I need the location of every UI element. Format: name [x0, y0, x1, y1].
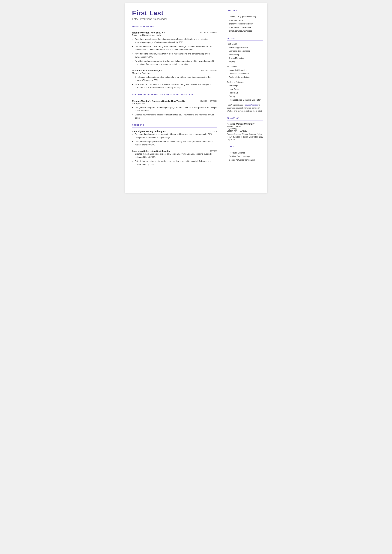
list-item: +1-234-456-789 — [227, 19, 263, 22]
list-item: Integrated Marketing — [227, 68, 263, 72]
list-item: Certified Brand Manager. — [227, 154, 263, 158]
list-item: Marketing (Advanced) — [227, 46, 263, 49]
candidate-name: First Last — [132, 9, 217, 17]
work-experience-header: WORK EXPERIENCE — [132, 25, 217, 28]
job-company-2: Growthsi, San Francisco, CA Marketing As… — [132, 69, 162, 76]
job-dates-1: 01/2015 – Present — [200, 31, 217, 34]
left-column: First Last Entry Level Brand Ambassador … — [125, 3, 223, 193]
other-header: OTHER — [227, 146, 263, 147]
list-item: Styling — [227, 60, 263, 64]
list-item: Logo Crisp — [227, 87, 263, 91]
education-section: EDUCATION Resume Worded University Bache… — [227, 117, 263, 141]
promo-link[interactable]: Resume Worded — [244, 104, 258, 106]
job-company-1: Resume Worded, New York, NY Entry Level … — [132, 31, 165, 38]
techniques-list: Integrated Marketing Business Developmen… — [227, 68, 263, 79]
list-item: Created niche-based blogs to post daily … — [132, 152, 217, 159]
list-item: Google AdWords Certification. — [227, 158, 263, 162]
list-item: email@resumeworded.com — [227, 22, 263, 26]
list-item: Created new marketing strategies that at… — [132, 113, 217, 119]
contact-header: CONTACT — [227, 9, 263, 11]
skills-divider — [227, 40, 263, 41]
work-experience-section: WORK EXPERIENCE Resume Worded, New York,… — [132, 25, 217, 89]
edu-field: Psychology — [227, 128, 263, 130]
edu-school: Resume Worded University — [227, 123, 263, 125]
contact-divider — [227, 13, 263, 13]
job-header-2: Growthsi, San Francisco, CA Marketing As… — [132, 69, 217, 76]
vol-job-block-1: Resume Worded's Business Society, New Yo… — [132, 100, 217, 120]
tools-list: Zeroheight Logo Crisp Piktochart Brandy … — [227, 84, 263, 102]
job-dates-2: 06/2010 – 12/2014 — [200, 69, 217, 72]
job-bullets-1: Sustained an active social media presenc… — [132, 38, 217, 66]
volunteering-header: VOLUNTEERING ACTIVITIES AND EXTRACURRICU… — [132, 94, 217, 96]
list-item: Increased the number of online visitors … — [132, 83, 217, 89]
list-item: Piktochart — [227, 91, 263, 95]
other-divider — [227, 149, 263, 149]
edu-block: Resume Worded University Bachelor of Art… — [227, 123, 263, 141]
list-item: Hootsuite Certified — [227, 151, 263, 155]
project-date-1: 05/2009 — [210, 130, 217, 133]
list-item: linkedin.com/in/username — [227, 26, 263, 29]
skills-header: SKILLS — [227, 37, 263, 39]
header-block: First Last Entry Level Brand Ambassador — [132, 9, 217, 21]
list-item: Designed an integrated marketing campaig… — [132, 106, 217, 112]
promo-text: · Don't forget to use Resume Worded to s… — [227, 104, 263, 113]
list-item: github.com/resumeworded — [227, 29, 263, 33]
job-block-1: Resume Worded, New York, NY Entry Level … — [132, 31, 217, 66]
edu-location: Boston, MA — 05/2010 — [227, 130, 263, 132]
contact-list: Omaha, ME (Open to Remote) +1-234-456-78… — [227, 15, 263, 33]
list-item: Brandy — [227, 95, 263, 98]
list-item: Omaha, ME (Open to Remote) — [227, 15, 263, 19]
list-item: Overhauled sales and marketing action pl… — [132, 76, 217, 82]
projects-header: PROJECTS — [132, 124, 217, 126]
education-header: EDUCATION — [227, 117, 263, 119]
job-block-2: Growthsi, San Francisco, CA Marketing As… — [132, 69, 217, 89]
project-title-2: Improving Sales using Social media — [132, 150, 170, 152]
list-item: Business Development — [227, 72, 263, 76]
edu-awards: Awards: Resume Worded Teaching Fellow (o… — [227, 133, 263, 141]
list-item: Advertised the company brand via in-stor… — [132, 52, 217, 59]
resume-page: First Last Entry Level Brand Ambassador … — [125, 3, 267, 193]
work-experience-divider — [132, 29, 217, 29]
contact-section: CONTACT Omaha, ME (Open to Remote) +1-23… — [227, 9, 263, 33]
other-list: Hootsuite Certified Certified Brand Mana… — [227, 151, 263, 162]
list-item: Social Media Marketing — [227, 76, 263, 79]
project-bullets-1: Developed an integrated campaign that im… — [132, 133, 217, 146]
list-item: Designed strategic public outreach initi… — [132, 140, 217, 146]
list-item: HubSpot Email Signature Generator — [227, 98, 263, 102]
list-item: Zeroheight — [227, 84, 263, 88]
tools-label: Tools and Software: — [227, 81, 263, 83]
list-item: Branding (Experienced) — [227, 49, 263, 53]
volunteering-section: VOLUNTEERING ACTIVITIES AND EXTRACURRICU… — [132, 94, 217, 120]
skills-section: SKILLS Hard Skills: Marketing (Advanced)… — [227, 37, 263, 113]
right-column: CONTACT Omaha, ME (Open to Remote) +1-23… — [223, 3, 267, 193]
vol-company-1: Resume Worded's Business Society, New Yo… — [132, 100, 186, 106]
list-item: Online Marketing — [227, 56, 263, 60]
project-block-1: Campaign Boosting Techniques 05/2009 Dev… — [132, 130, 217, 146]
project-bullets-2: Created niche-based blogs to post daily … — [132, 152, 217, 166]
list-item: Collaborated with 11 marketing team memb… — [132, 45, 217, 51]
list-item: Sustained an active social media presenc… — [132, 38, 217, 44]
job-header-1: Resume Worded, New York, NY Entry Level … — [132, 31, 217, 38]
volunteering-divider — [132, 97, 217, 97]
list-item: Established an active social media prese… — [132, 160, 217, 166]
edu-degree: Bachelor of Arts — [227, 125, 263, 128]
vol-dates-1: 06/2009 – 04/2010 — [200, 100, 217, 102]
vol-job-header-1: Resume Worded's Business Society, New Yo… — [132, 100, 217, 106]
list-item: Advertising — [227, 53, 263, 56]
project-title-1: Campaign Boosting Techniques — [132, 130, 166, 133]
project-header-2: Improving Sales using Social media 04/20… — [132, 150, 217, 152]
project-date-2: 04/2009 — [210, 150, 217, 152]
list-item: Developed an integrated campaign that im… — [132, 133, 217, 139]
vol-bullets-1: Designed an integrated marketing campaig… — [132, 106, 217, 120]
other-section: OTHER Hootsuite Certified Certified Bran… — [227, 146, 263, 162]
project-block-2: Improving Sales using Social media 04/20… — [132, 150, 217, 166]
techniques-label: Techniques: — [227, 65, 263, 68]
hard-skills-label: Hard Skills: — [227, 43, 263, 45]
job-bullets-2: Overhauled sales and marketing action pl… — [132, 76, 217, 89]
hard-skills-list: Marketing (Advanced) Branding (Experienc… — [227, 46, 263, 64]
candidate-title: Entry Level Brand Ambassador — [132, 18, 217, 21]
project-header-1: Campaign Boosting Techniques 05/2009 — [132, 130, 217, 133]
projects-divider — [132, 127, 217, 128]
projects-section: PROJECTS Campaign Boosting Techniques 05… — [132, 124, 217, 166]
list-item: Provided feedback on product development… — [132, 60, 217, 66]
